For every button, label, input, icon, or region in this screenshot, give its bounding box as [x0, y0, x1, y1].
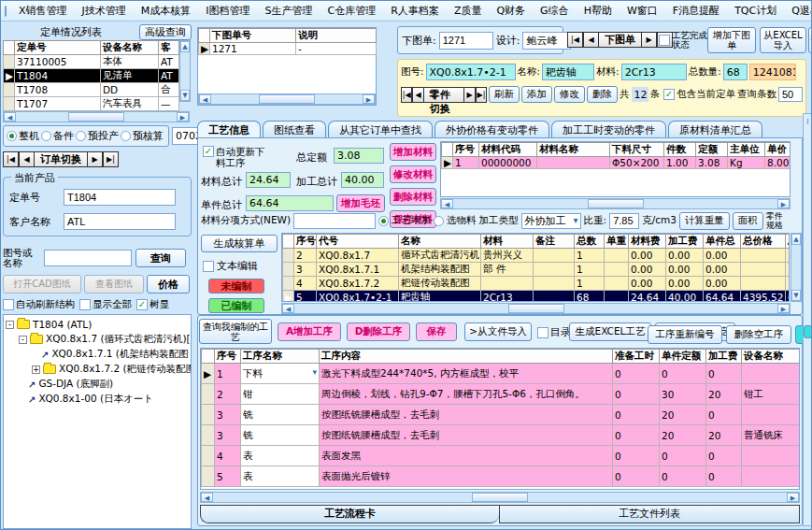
parts-vscroll[interactable]: ▲▼	[791, 233, 802, 302]
table-row[interactable]: T1707汽车表具—	[4, 97, 179, 111]
drawing-search-input[interactable]	[44, 250, 132, 266]
include-current-order-checkbox[interactable]	[663, 89, 675, 100]
table-row[interactable]: ▶100000000Φ50×2001.003.08Kg8.0024.6	[442, 157, 791, 169]
table-row[interactable]: 2XQ0.8x1.7循环式齿耙清污机贵州兴义10.000.000.00	[283, 249, 791, 263]
catalog-checkbox[interactable]	[537, 327, 548, 338]
vertical-splitter[interactable]: ⁞	[803, 113, 812, 526]
menu-item[interactable]: TQC计划	[728, 3, 783, 19]
tree-item[interactable]: ↗ XQ0.8x1-00 (日本オート	[4, 392, 191, 407]
tab-work-hours-changed[interactable]: 加工工时变动的零件	[551, 121, 666, 138]
table-row[interactable]: 3铣按图纸铣腰槽成型，去毛刺0200	[202, 405, 800, 425]
menu-item[interactable]: Z质量	[448, 3, 489, 19]
doc-list-hscroll[interactable]: ◀▶	[198, 93, 376, 105]
not-compiled-button[interactable]: 未编制	[208, 279, 264, 294]
collapse-icon[interactable]: -	[19, 336, 27, 344]
table-row[interactable]: 4XQ0.8x1.7.2耙链传动装配图10.000.000.00	[283, 277, 791, 291]
menu-item[interactable]: Q财务	[490, 3, 532, 19]
menu-item[interactable]: M成本核算	[135, 3, 198, 19]
delete-step-button[interactable]: D删除工序	[347, 322, 410, 341]
menu-item[interactable]: C仓库管理	[321, 3, 383, 19]
table-row[interactable]: 3铣按图纸铣腰槽成型，去毛刺02020普通铣床	[202, 425, 800, 446]
gen-account-button[interactable]: 生成核算单	[201, 235, 278, 252]
menu-item[interactable]: G综合	[534, 3, 576, 19]
add-doc-button[interactable]: 增加下图单	[707, 27, 756, 53]
table-row[interactable]: 3XQ0.8x1.7.1机架结构装配图部 件10.000.000.00	[283, 263, 791, 277]
tab-process-file-list[interactable]: 工艺文件列表	[499, 505, 800, 523]
tab-process-info[interactable]: 工艺信息	[197, 121, 261, 138]
unit-total-field[interactable]: 64.64	[246, 195, 334, 211]
last-part-button[interactable]: ▶|	[476, 87, 487, 103]
next-part-button[interactable]: ▶	[463, 87, 475, 103]
query-button[interactable]: 查询	[135, 249, 186, 267]
prev-doc-button[interactable]: ◀	[583, 32, 599, 48]
tab-process-flow-card[interactable]: 工艺流程卡	[200, 505, 499, 523]
add-blank-button[interactable]: 增加毛坯	[336, 194, 385, 212]
area-button[interactable]: 面积	[733, 212, 763, 230]
part-name-field[interactable]: 耙齿轴	[542, 64, 594, 80]
tree-item[interactable]: - XQ0.8x1.7 (循环式齿耙清污机)[	[4, 332, 191, 347]
table-row[interactable]: ▶1271-	[199, 43, 377, 55]
file-import-button[interactable]: >从文件导入	[464, 322, 532, 341]
doc-no-field[interactable]	[439, 32, 493, 50]
refresh-button[interactable]: 刷新	[489, 86, 520, 103]
process-total-field[interactable]: 40.00	[341, 172, 384, 188]
renumber-steps-button[interactable]: 工序重新编号	[648, 325, 722, 344]
advanced-query-button[interactable]: 高级查询	[139, 24, 192, 40]
drawing-no-field[interactable]: XQ0.8x1.7•2-1	[426, 64, 516, 80]
tab-outsourcing-price-changed[interactable]: 外协价格有变动零件	[434, 121, 549, 138]
add-material-button[interactable]: 增加材料	[390, 143, 436, 161]
save-step-button[interactable]: 保存	[416, 322, 457, 341]
table-row[interactable]: ▶1下料激光下料成型244*740*5, 内方框成型，校平000	[202, 364, 800, 384]
material-field[interactable]: 2Cr13	[621, 64, 687, 80]
total-quota-field[interactable]: 3.08	[334, 148, 384, 164]
menu-item[interactable]: X销售管理	[12, 3, 74, 19]
radio-pre-costing[interactable]	[121, 131, 131, 141]
collapse-icon[interactable]: -	[6, 321, 14, 329]
menu-item[interactable]: J技术管理	[76, 3, 133, 19]
menu-item[interactable]: W窗口	[620, 3, 664, 19]
delete-part-button[interactable]: 删除	[587, 86, 618, 103]
material-total-field[interactable]: 24.64	[246, 172, 291, 188]
process-type-combobox[interactable]: 外协加工	[521, 213, 581, 229]
menu-item[interactable]: I图档管理	[199, 3, 256, 19]
compiled-button[interactable]: 已编制	[208, 298, 264, 313]
calc-weight-button[interactable]: 计算重量	[679, 212, 730, 230]
table-row[interactable]: T1708DD合	[4, 83, 179, 97]
radio-whole-machine[interactable]	[7, 131, 17, 141]
add-step-button[interactable]: A增加工序	[278, 322, 341, 341]
modify-part-button[interactable]: 修改	[554, 86, 585, 103]
table-row[interactable]: 2钳周边倒棱，划线，钻孔9-Φ7，腰槽下刀孔5-Φ6，孔口倒角。03020钳工	[202, 384, 800, 405]
process-hscroll[interactable]: ◀▶	[200, 492, 800, 503]
note-button[interactable]: 说明	[808, 27, 812, 53]
table-row[interactable]: ▶5XQ0.8x1.7•2-1耙齿轴2Cr136824.6440.0064.64…	[283, 291, 791, 303]
tab-drawing-view[interactable]: 图纸查看	[263, 121, 326, 138]
menu-item[interactable]: R人事档案	[384, 3, 446, 19]
delete-material-button[interactable]: 删除材料	[390, 188, 436, 206]
radio-spare-parts[interactable]	[41, 131, 51, 141]
auto-update-checkbox[interactable]	[203, 146, 214, 157]
open-cad-button[interactable]: 打开CAD图纸	[3, 275, 81, 294]
tree-view-checkbox[interactable]	[136, 299, 148, 310]
radio-process-add[interactable]	[378, 216, 389, 226]
order-no-field[interactable]	[64, 189, 176, 206]
table-row[interactable]: ▶T1804见清单AT	[4, 69, 179, 83]
query-rows-field[interactable]	[778, 87, 803, 102]
orders-hscroll[interactable]: ◀▶	[3, 111, 190, 122]
tree-item[interactable]: ↗ GS-DJA (底脚副)	[4, 377, 191, 392]
parts-hscroll[interactable]: ◀▶	[281, 303, 791, 314]
tree-item[interactable]: ↗ XQ0.8x1.7.1 (机架结构装配图	[4, 347, 191, 362]
table-row[interactable]: 4表表面发黑000	[202, 446, 800, 466]
tab-raw-material-summary[interactable]: 原材料清单汇总	[668, 121, 762, 138]
table-row[interactable]: 5表表面抛光后镀锌000	[202, 466, 800, 487]
table-row[interactable]: 37110005本体AT	[4, 55, 179, 69]
split-mode-input[interactable]	[293, 213, 376, 229]
view-drawing-button[interactable]: 查看图纸	[84, 275, 144, 294]
last-order-button[interactable]: ▶|	[103, 151, 119, 167]
density-field[interactable]	[609, 213, 639, 229]
customer-field[interactable]	[64, 213, 176, 230]
qty-field[interactable]: 68	[723, 64, 748, 80]
tree-item[interactable]: + XQ0.8x1.7.2 (耙链传动装配图	[4, 362, 191, 377]
text-edit-checkbox[interactable]	[203, 261, 214, 272]
collapse-strip-button[interactable]	[804, 325, 812, 338]
modify-material-button[interactable]: 修改材料	[390, 165, 436, 183]
